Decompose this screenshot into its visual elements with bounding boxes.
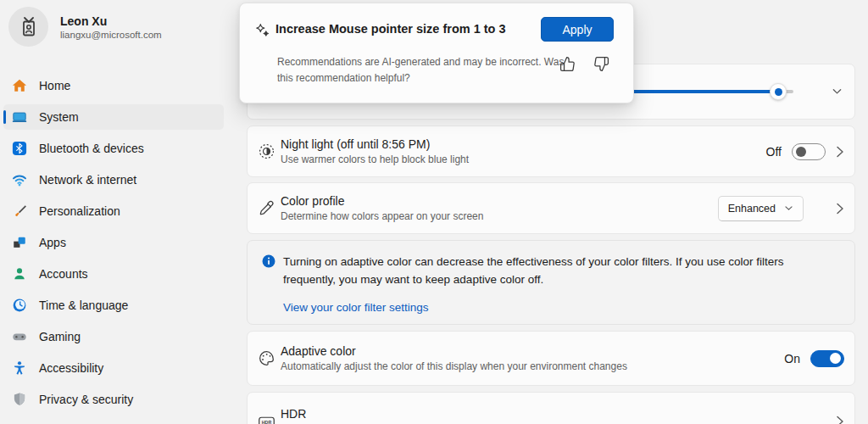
wifi-icon	[12, 172, 27, 187]
ai-sparkle-icon	[254, 22, 271, 39]
sidebar-item-accessibility[interactable]: Accessibility	[3, 355, 224, 381]
bluetooth-icon	[12, 141, 27, 156]
color-profile-row[interactable]: Color profile Determine how colors appea…	[247, 182, 855, 234]
color-filter-settings-link[interactable]: View your color filter settings	[283, 301, 429, 314]
night-light-toggle[interactable]	[792, 143, 826, 160]
sidebar-item-system[interactable]: System	[3, 104, 224, 130]
settings-window: Leon Xu liangxu@microsoft.com Home Syste…	[0, 0, 868, 424]
user-profile[interactable]: Leon Xu liangxu@microsoft.com	[8, 7, 162, 47]
color-profile-dropdown[interactable]: Enhanced	[718, 196, 804, 221]
shield-icon	[12, 392, 27, 407]
sidebar-item-privacy-security[interactable]: Privacy & security	[3, 387, 224, 412]
system-icon	[12, 109, 27, 125]
sidebar-item-accounts[interactable]: Accounts	[3, 261, 224, 287]
color-profile-title: Color profile	[281, 194, 718, 208]
person-icon	[12, 266, 27, 282]
sidebar-item-home[interactable]: Home	[3, 73, 224, 98]
sidebar-item-time-language[interactable]: Time & language	[3, 293, 224, 318]
notice-text: Turning on adaptive color can decrease t…	[283, 253, 837, 288]
sidebar-item-gaming[interactable]: Gaming	[3, 324, 224, 349]
home-icon	[12, 78, 27, 93]
avatar	[8, 7, 48, 47]
night-light-icon	[257, 142, 275, 161]
sidebar: Leon Xu liangxu@microsoft.com Home Syste…	[0, 0, 236, 424]
apps-icon	[12, 235, 27, 250]
brightness-slider-thumb[interactable]	[770, 83, 787, 100]
user-name: Leon Xu	[60, 14, 162, 28]
gamepad-icon	[12, 329, 27, 344]
hdr-icon: HDR	[257, 412, 275, 424]
adaptive-color-row[interactable]: Adaptive color Automatically adjust the …	[247, 331, 855, 386]
adaptive-color-state-label: On	[784, 352, 800, 365]
night-light-row[interactable]: Night light (off until 8:56 PM) Use warm…	[247, 126, 855, 177]
color-profile-selected-option: Enhanced	[728, 203, 776, 215]
adaptive-color-title: Adaptive color	[281, 344, 784, 358]
accessibility-person-icon	[12, 360, 27, 376]
sidebar-item-personalization[interactable]: Personalization	[3, 198, 224, 224]
hdr-title: HDR	[281, 407, 836, 421]
sidebar-item-apps[interactable]: Apps	[3, 230, 224, 255]
chevron-right-icon[interactable]	[836, 145, 844, 159]
color-profile-icon	[257, 199, 275, 218]
user-email: liangxu@microsoft.com	[60, 30, 162, 40]
brush-icon	[12, 204, 27, 219]
sidebar-item-bluetooth-devices[interactable]: Bluetooth & devices	[3, 136, 224, 161]
svg-text:HDR: HDR	[261, 419, 271, 424]
recommendation-flyout: Increase Mouse pointer size from 1 to 3 …	[239, 3, 634, 103]
thumbs-up-icon[interactable]	[559, 56, 576, 72]
night-light-description: Use warmer colors to help block blue lig…	[281, 153, 766, 165]
hdr-row[interactable]: HDR HDR More about HDR	[247, 392, 855, 424]
color-filter-notice: Turning on adaptive color can decrease t…	[247, 240, 855, 325]
night-light-state-label: Off	[766, 145, 782, 159]
sidebar-nav: Home System Bluetooth & devices Network …	[3, 73, 224, 424]
info-icon	[262, 254, 275, 268]
night-light-title: Night light (off until 8:56 PM)	[281, 137, 766, 151]
apply-button[interactable]: Apply	[541, 17, 614, 42]
adaptive-color-icon	[257, 349, 275, 368]
recommendation-title: Increase Mouse pointer size from 1 to 3	[275, 22, 506, 36]
chevron-down-icon[interactable]	[832, 86, 843, 98]
sidebar-item-network-internet[interactable]: Network & internet	[3, 167, 224, 192]
chevron-down-icon	[784, 204, 793, 213]
recommendation-disclaimer: Recommendations are AI-generated and may…	[277, 54, 570, 86]
thumbs-down-icon[interactable]	[593, 56, 609, 72]
chevron-right-icon[interactable]	[836, 415, 844, 424]
chevron-right-icon[interactable]	[836, 202, 844, 215]
adaptive-color-description: Automatically adjust the color of this d…	[281, 360, 784, 372]
badge-icon	[18, 16, 40, 38]
color-profile-description: Determine how colors appear on your scre…	[281, 210, 718, 222]
sidebar-item-windows-update[interactable]	[3, 418, 224, 424]
clock-globe-icon	[12, 298, 27, 313]
adaptive-color-toggle[interactable]	[810, 350, 844, 367]
